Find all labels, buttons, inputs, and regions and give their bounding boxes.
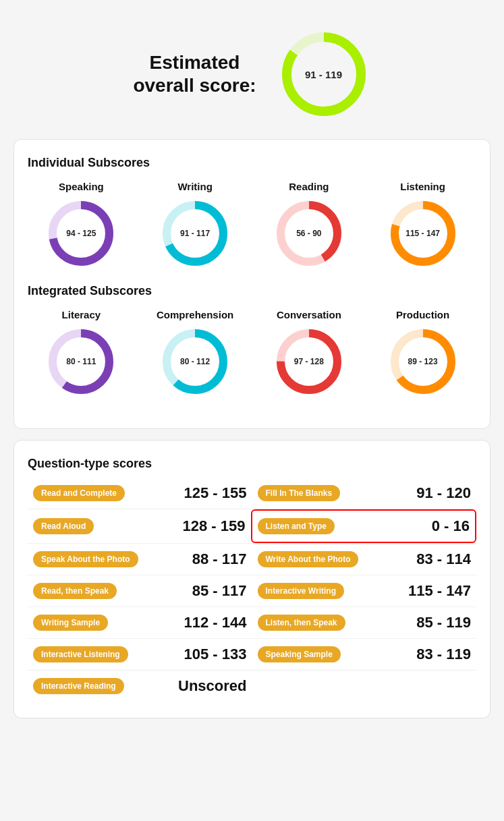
qt-badge-read-aloud: Read Aloud [33, 518, 94, 534]
qt-badge-write-about-photo: Write About the Photo [258, 551, 359, 567]
conversation-score: 97 - 128 [294, 357, 324, 366]
qt-score-listen-then-speak: 85 - 119 [416, 614, 471, 631]
qt-badge-read-then-speak: Read, then Speak [33, 583, 117, 599]
qt-row-1: Read and Complete 125 - 155 Fill In The … [28, 478, 476, 509]
qt-score-speaking-sample: 83 - 119 [416, 646, 471, 663]
speaking-donut: 94 - 125 [44, 196, 118, 271]
qt-cell-listen-then-speak: Listen, then Speak 85 - 119 [252, 607, 477, 638]
qt-row-7: Interactive Reading Unscored [28, 671, 476, 702]
qt-badge-listen-and-type: Listen and Type [258, 518, 335, 534]
writing-donut: 91 - 117 [158, 196, 232, 271]
integrated-subscores-grid: Literacy 80 - 111 Comprehension [28, 309, 476, 399]
page-container: Estimated overall score: 91 - 119 Indivi… [13, 13, 491, 718]
writing-score: 91 - 117 [180, 229, 210, 238]
speaking-score: 94 - 125 [66, 229, 96, 238]
qt-cell-speak-about-photo: Speak About the Photo 88 - 117 [28, 544, 252, 575]
subscore-listening: Listening 115 - 147 [369, 181, 476, 271]
listening-donut: 115 - 147 [386, 196, 460, 271]
qt-row-2: Read Aloud 128 - 159 Listen and Type 0 -… [28, 509, 476, 544]
qt-badge-read-and-complete: Read and Complete [33, 485, 125, 501]
overall-score-donut: 91 - 119 [277, 27, 371, 121]
subscore-writing: Writing 91 - 117 [142, 181, 249, 271]
overall-score-section: Estimated overall score: 91 - 119 [13, 13, 491, 128]
qt-score-interactive-listening: 105 - 133 [184, 646, 247, 663]
reading-donut: 56 - 90 [272, 196, 346, 271]
overall-score-title: Estimated overall score: [133, 51, 256, 96]
qt-cell-read-and-complete: Read and Complete 125 - 155 [28, 478, 252, 509]
subscores-card: Individual Subscores Speaking 94 - 125 W… [13, 139, 491, 429]
qt-score-read-then-speak: 85 - 117 [192, 582, 247, 600]
qt-cell-listen-and-type: Listen and Type 0 - 16 [251, 509, 477, 543]
qt-score-read-and-complete: 125 - 155 [184, 484, 247, 502]
comprehension-donut: 80 - 112 [158, 324, 232, 399]
qt-badge-fill-in-blanks: Fill In The Blanks [258, 485, 341, 501]
literacy-donut: 80 - 111 [44, 324, 118, 399]
question-type-scores-card: Question-type scores Read and Complete 1… [13, 440, 491, 718]
qt-cell-write-about-photo: Write About the Photo 83 - 114 [252, 544, 477, 575]
reading-score: 56 - 90 [296, 229, 321, 238]
conversation-donut: 97 - 128 [272, 324, 346, 399]
qt-score-fill-in-blanks: 91 - 120 [416, 484, 471, 502]
qt-score-speak-about-photo: 88 - 117 [192, 550, 247, 568]
qt-score-write-about-photo: 83 - 114 [416, 550, 471, 568]
qt-cell-speaking-sample: Speaking Sample 83 - 119 [252, 639, 477, 670]
subscore-comprehension: Comprehension 80 - 112 [142, 309, 249, 399]
qt-cell-interactive-listening: Interactive Listening 105 - 133 [28, 639, 252, 670]
subscore-production: Production 89 - 123 [369, 309, 476, 399]
qt-score-listen-and-type: 0 - 16 [432, 517, 470, 535]
qt-score-writing-sample: 112 - 144 [184, 614, 247, 631]
qt-score-read-aloud: 128 - 159 [183, 517, 246, 535]
qt-score-interactive-writing: 115 - 147 [408, 582, 471, 600]
literacy-score: 80 - 111 [66, 357, 96, 366]
qt-row-5: Writing Sample 112 - 144 Listen, then Sp… [28, 607, 476, 639]
production-donut: 89 - 123 [386, 324, 460, 399]
subscore-conversation: Conversation 97 - 128 [256, 309, 363, 399]
subscore-literacy: Literacy 80 - 111 [28, 309, 135, 399]
qt-cell-fill-in-blanks: Fill In The Blanks 91 - 120 [252, 478, 477, 509]
production-score: 89 - 123 [408, 357, 438, 366]
qt-badge-listen-then-speak: Listen, then Speak [258, 615, 345, 631]
qt-cell-empty [252, 671, 477, 702]
qt-cell-read-aloud: Read Aloud 128 - 159 [28, 509, 251, 543]
qt-scores-title: Question-type scores [28, 457, 476, 471]
qt-badge-speak-about-photo: Speak About the Photo [33, 551, 138, 567]
qt-badge-writing-sample: Writing Sample [33, 615, 108, 631]
integrated-subscores-title: Integrated Subscores [28, 284, 476, 298]
qt-cell-read-then-speak: Read, then Speak 85 - 117 [28, 575, 252, 606]
qt-score-interactive-reading: Unscored [178, 677, 246, 695]
qt-badge-interactive-writing: Interactive Writing [258, 583, 344, 599]
subscore-speaking: Speaking 94 - 125 [28, 181, 135, 271]
qt-row-6: Interactive Listening 105 - 133 Speaking… [28, 639, 476, 671]
comprehension-score: 80 - 112 [180, 357, 210, 366]
listening-score: 115 - 147 [405, 229, 440, 238]
qt-badge-interactive-listening: Interactive Listening [33, 646, 128, 662]
qt-badge-speaking-sample: Speaking Sample [258, 646, 341, 662]
qt-cell-interactive-writing: Interactive Writing 115 - 147 [252, 575, 477, 606]
qt-badge-interactive-reading: Interactive Reading [33, 678, 124, 694]
qt-row-3: Speak About the Photo 88 - 117 Write Abo… [28, 544, 476, 575]
qt-cell-writing-sample: Writing Sample 112 - 144 [28, 607, 252, 638]
qt-cell-interactive-reading: Interactive Reading Unscored [28, 671, 252, 702]
individual-subscores-title: Individual Subscores [28, 156, 476, 170]
overall-score-label: 91 - 119 [305, 69, 342, 80]
subscore-reading: Reading 56 - 90 [256, 181, 363, 271]
individual-subscores-grid: Speaking 94 - 125 Writing 91 [28, 181, 476, 271]
qt-row-4: Read, then Speak 85 - 117 Interactive Wr… [28, 575, 476, 607]
